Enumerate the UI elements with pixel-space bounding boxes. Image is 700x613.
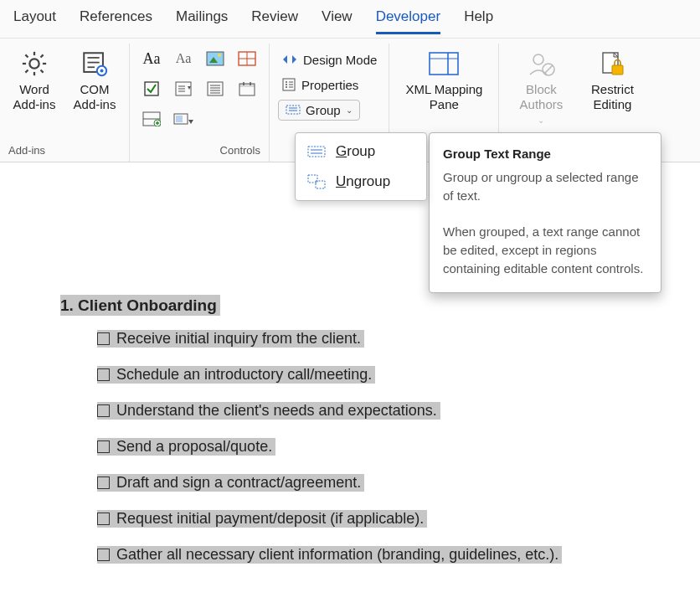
menu-item-ungroup-label: Ungroup xyxy=(336,173,390,190)
restrict-editing-label: Restrict Editing xyxy=(583,82,641,112)
svg-rect-64 xyxy=(308,147,325,157)
gear-icon xyxy=(20,49,49,79)
tab-mailings[interactable]: Mailings xyxy=(176,7,228,34)
menu-item-group[interactable]: Group xyxy=(296,137,426,167)
svg-line-7 xyxy=(25,70,28,73)
tab-developer[interactable]: Developer xyxy=(376,7,441,34)
checklist: Receive initial inquiry from the client.… xyxy=(60,330,700,564)
repeating-section-control-icon[interactable] xyxy=(138,107,165,131)
list-item[interactable]: Send a proposal/quote. xyxy=(97,438,700,456)
tooltip-line1: Group or ungroup a selected range of tex… xyxy=(443,168,647,205)
list-item[interactable]: Schedule an introductory call/meeting. xyxy=(97,366,700,384)
xml-pane-icon xyxy=(428,49,460,79)
design-mode-icon xyxy=(281,52,298,67)
svg-marker-43 xyxy=(188,120,193,124)
group-dropdown-menu: Group Ungroup xyxy=(295,132,427,201)
group-icon xyxy=(286,103,301,116)
svg-point-59 xyxy=(533,54,543,64)
chevron-down-icon: ⌄ xyxy=(538,116,544,126)
design-mode-label: Design Mode xyxy=(303,53,377,67)
com-addins-button[interactable]: COM Add-ins xyxy=(69,47,121,112)
tab-layout[interactable]: Layout xyxy=(13,7,56,34)
group-icon xyxy=(307,144,326,159)
checkbox-icon[interactable] xyxy=(97,513,110,525)
ribbon-tabs: Layout References Mailings Review View D… xyxy=(0,0,700,39)
svg-rect-15 xyxy=(207,52,224,65)
dropdown-control-icon[interactable] xyxy=(202,77,229,100)
svg-line-5 xyxy=(25,54,28,57)
svg-rect-63 xyxy=(612,65,623,75)
svg-rect-53 xyxy=(286,106,300,114)
tab-help[interactable]: Help xyxy=(464,7,493,34)
svg-point-47 xyxy=(286,81,287,83)
checkbox-icon[interactable] xyxy=(97,332,110,345)
block-authors-label: Block Authors xyxy=(507,82,574,112)
legacy-tools-icon[interactable] xyxy=(170,107,197,131)
checkbox-icon[interactable] xyxy=(97,476,110,489)
svg-rect-21 xyxy=(145,82,158,95)
block-authors-button: Block Authors ⌄ xyxy=(507,47,574,126)
plain-text-control-icon[interactable]: Aa xyxy=(170,47,197,70)
svg-line-6 xyxy=(41,70,44,73)
menu-item-group-label: Group xyxy=(336,143,375,160)
properties-icon xyxy=(281,77,296,92)
svg-rect-56 xyxy=(430,53,458,75)
checkbox-icon[interactable] xyxy=(97,404,110,417)
list-item-text: Schedule an introductory call/meeting. xyxy=(116,366,372,384)
group-dropdown-label: Group xyxy=(306,103,341,117)
combo-box-control-icon[interactable] xyxy=(170,77,197,100)
ribbon-group-controls-icons: Aa Aa Controls xyxy=(130,44,270,162)
group-dropdown-button[interactable]: Group ⌄ xyxy=(278,97,380,122)
block-authors-icon xyxy=(527,49,555,79)
list-item-text: Send a proposal/quote. xyxy=(116,438,272,456)
svg-line-8 xyxy=(41,54,44,57)
design-mode-button[interactable]: Design Mode xyxy=(278,47,380,72)
svg-point-48 xyxy=(286,84,287,85)
com-addins-label: COM Add-ins xyxy=(69,82,121,112)
svg-rect-27 xyxy=(208,82,223,95)
section-heading[interactable]: 1. Client Onboarding xyxy=(60,295,220,316)
svg-rect-42 xyxy=(176,116,183,122)
svg-marker-45 xyxy=(292,55,296,64)
list-item-text: Receive initial inquiry from the client. xyxy=(116,330,361,348)
checkbox-icon[interactable] xyxy=(97,440,110,453)
restrict-editing-button[interactable]: Restrict Editing xyxy=(583,47,641,126)
word-addins-label: Word Add-ins xyxy=(8,82,60,112)
word-addins-button[interactable]: Word Add-ins xyxy=(8,47,60,112)
svg-rect-33 xyxy=(239,84,255,87)
svg-marker-44 xyxy=(283,55,287,64)
tooltip-line2: When grouped, a text range cannot be edi… xyxy=(443,223,647,277)
controls-gallery: Aa Aa xyxy=(138,47,260,132)
svg-point-49 xyxy=(286,86,287,88)
restrict-editing-icon xyxy=(599,49,625,79)
list-item[interactable]: Gather all necessary client information … xyxy=(97,546,700,564)
ribbon-group-addins: Word Add-ins COM Add-ins Add-ins xyxy=(0,44,130,162)
xml-mapping-label: XML Mapping Pane xyxy=(398,82,490,112)
list-item-text: Gather all necessary client information … xyxy=(116,546,558,564)
picture-control-icon[interactable] xyxy=(202,47,229,70)
tab-review[interactable]: Review xyxy=(251,7,298,34)
list-item[interactable]: Receive initial inquiry from the client. xyxy=(97,330,700,348)
rich-text-control-icon[interactable]: Aa xyxy=(138,47,165,70)
checkbox-icon[interactable] xyxy=(97,368,110,381)
xml-mapping-pane-button[interactable]: XML Mapping Pane xyxy=(398,47,490,112)
ungroup-icon xyxy=(307,174,326,189)
list-item-text: Draft and sign a contract/agreement. xyxy=(116,474,361,492)
list-item[interactable]: Understand the client's needs and expect… xyxy=(97,402,700,420)
tooltip-title: Group Text Range xyxy=(443,145,647,163)
list-item[interactable]: Draft and sign a contract/agreement. xyxy=(97,474,700,492)
svg-point-14 xyxy=(100,70,104,73)
list-gear-icon xyxy=(80,49,109,79)
group-label-addins: Add-ins xyxy=(8,141,121,162)
list-item[interactable]: Request initial payment/deposit (if appl… xyxy=(97,510,700,528)
checkbox-control-icon[interactable] xyxy=(138,77,165,100)
properties-label: Properties xyxy=(301,78,358,92)
date-picker-control-icon[interactable] xyxy=(234,77,260,100)
tab-view[interactable]: View xyxy=(322,7,353,34)
checkbox-icon[interactable] xyxy=(97,549,110,561)
tab-references[interactable]: References xyxy=(80,7,152,34)
building-block-control-icon[interactable] xyxy=(234,47,260,70)
menu-item-ungroup[interactable]: Ungroup xyxy=(296,167,426,197)
list-item-text: Request initial payment/deposit (if appl… xyxy=(116,510,424,528)
properties-button[interactable]: Properties xyxy=(278,72,380,97)
